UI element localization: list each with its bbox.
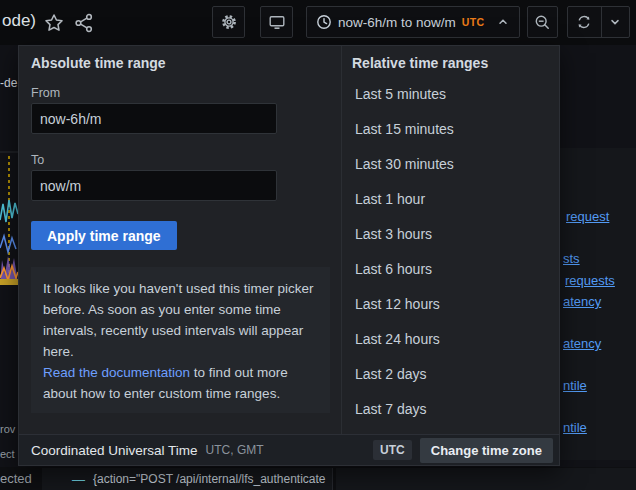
tv-icon	[268, 13, 286, 31]
tv-mode-button[interactable]	[260, 6, 293, 38]
background-link[interactable]: ntile	[563, 420, 587, 435]
time-picker-dropdown: Absolute time range From To Apply time r…	[18, 45, 560, 466]
relative-range-option[interactable]: Last 3 hours	[342, 217, 560, 252]
relative-range-option[interactable]: Last 7 days	[342, 392, 560, 427]
background-row-label: ected	[0, 471, 32, 486]
apply-time-range-button[interactable]: Apply time range	[31, 221, 177, 250]
relative-ranges-list: Last 5 minutes Last 15 minutes Last 30 m…	[342, 77, 560, 427]
background-link[interactable]: sts	[563, 251, 580, 266]
chart-fragment	[0, 148, 18, 290]
clock-icon	[316, 14, 332, 30]
timezone-name: Coordinated Universal Time	[31, 443, 198, 458]
info-text: Read the documentation to find out more …	[43, 362, 318, 404]
background-link[interactable]: requests	[565, 273, 615, 288]
read-documentation-link[interactable]: Read the documentation	[43, 365, 190, 380]
background-link[interactable]: atency	[563, 336, 601, 351]
share-icon[interactable]	[74, 13, 94, 33]
background-bottom-strip: — {action="POST /api/internal/lfs_authen…	[0, 467, 636, 490]
absolute-range-heading: Absolute time range	[31, 55, 166, 71]
timezone-codes: UTC, GMT	[206, 443, 264, 457]
dashboard-topbar: ode)	[0, 0, 636, 45]
background-link[interactable]: request	[566, 209, 609, 224]
magnifier-minus-icon	[534, 14, 551, 31]
chevron-up-icon	[496, 15, 510, 29]
time-range-timezone: UTC	[462, 16, 484, 28]
relative-range-option[interactable]: Last 15 minutes	[342, 112, 560, 147]
refresh-dashboard-button[interactable]	[568, 14, 601, 30]
dashboard-settings-button[interactable]	[212, 6, 245, 38]
relative-range-option[interactable]: Last 24 hours	[342, 322, 560, 357]
background-row-label: ect	[0, 448, 15, 460]
to-input[interactable]	[31, 170, 277, 201]
dashboard-title-fragment: ode)	[2, 11, 36, 31]
background-row-label: rov	[0, 423, 15, 435]
chevron-down-icon	[608, 15, 622, 29]
relative-range-option[interactable]: Last 30 minutes	[342, 147, 560, 182]
refresh-interval-dropdown[interactable]	[602, 15, 629, 29]
star-icon[interactable]	[44, 13, 64, 33]
relative-range-option[interactable]: Last 6 hours	[342, 252, 560, 287]
legend-series-label[interactable]: {action="POST /api/internal/lfs_authenti…	[93, 472, 326, 486]
background-link[interactable]: ntile	[563, 378, 587, 393]
info-text: It looks like you haven't used this time…	[43, 278, 318, 362]
gear-icon	[220, 13, 238, 31]
background-panel-edge	[336, 468, 636, 490]
timezone-footer: Coordinated Universal Time UTC, GMT UTC …	[19, 434, 559, 465]
relative-range-option[interactable]: Last 2 days	[342, 357, 560, 392]
relative-range-option[interactable]: Last 1 hour	[342, 182, 560, 217]
background-link[interactable]: atency	[563, 294, 601, 309]
background-cut-text: -de	[0, 76, 17, 90]
from-label: From	[31, 86, 60, 100]
relative-range-option[interactable]: Last 12 hours	[342, 287, 560, 322]
time-range-label: now-6h/m to now/m	[338, 15, 456, 30]
utc-badge: UTC	[373, 440, 412, 460]
zoom-out-time-button[interactable]	[527, 6, 558, 38]
refresh-icon	[576, 14, 592, 30]
change-timezone-button[interactable]: Change time zone	[420, 438, 553, 463]
grafana-screen: -de rov ect request sts requests atency …	[0, 0, 636, 490]
to-label: To	[31, 153, 44, 167]
refresh-button-group	[567, 6, 630, 38]
legend-series-color: —	[72, 472, 85, 487]
time-range-picker-button[interactable]: now-6h/m to now/m UTC	[306, 6, 520, 38]
relative-range-option[interactable]: Last 5 minutes	[342, 77, 560, 112]
from-input[interactable]	[31, 103, 277, 134]
timer-picker-info-box: It looks like you haven't used this time…	[31, 267, 330, 413]
legend-row: — {action="POST /api/internal/lfs_authen…	[42, 468, 333, 490]
relative-ranges-heading: Relative time ranges	[352, 55, 488, 71]
